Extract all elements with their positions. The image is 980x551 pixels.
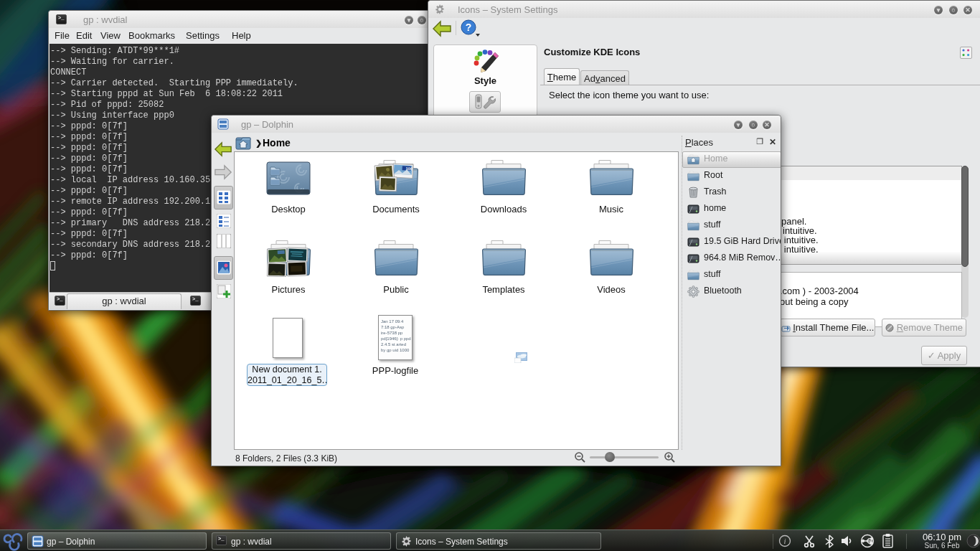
svg-text:?: ?	[466, 22, 472, 33]
svg-text:i: i	[783, 537, 786, 545]
